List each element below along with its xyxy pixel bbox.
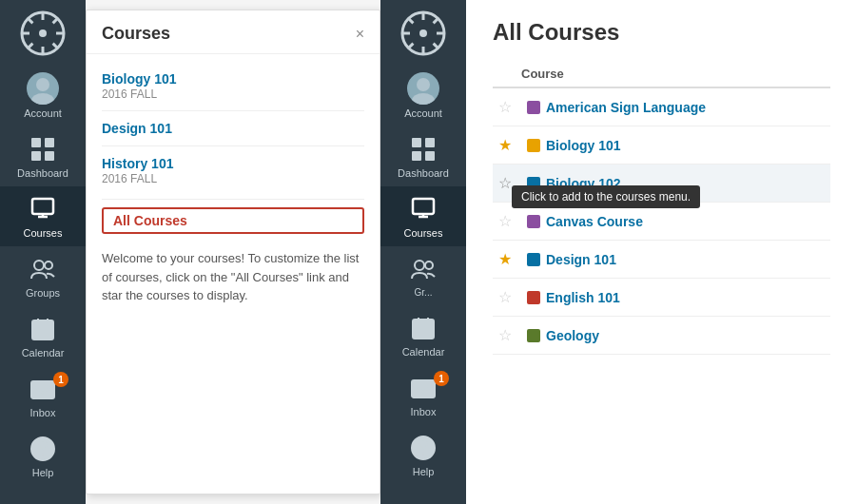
svg-point-19 — [34, 261, 44, 270]
svg-line-37 — [434, 44, 439, 49]
star-cell[interactable]: ☆ — [493, 203, 521, 241]
course-list: Biology 101 2016 FALL Design 101 History… — [87, 54, 380, 195]
right-panel: Account Dashboard Courses Gr... — [380, 0, 857, 504]
star-cell[interactable]: ☆ — [493, 279, 521, 317]
right-courses-icon — [408, 194, 438, 224]
svg-point-59 — [422, 453, 424, 455]
right-sidebar-item-inbox[interactable]: 1 Inbox — [380, 365, 466, 425]
svg-point-29 — [42, 454, 44, 456]
svg-rect-16 — [32, 199, 53, 214]
star-cell[interactable]: ☆ — [493, 317, 521, 355]
star-empty-icon[interactable]: ☆ — [498, 99, 512, 115]
star-empty-icon[interactable]: ☆ — [498, 327, 512, 343]
course-col-header: Course — [521, 61, 830, 87]
course-link-canvas[interactable]: Canvas Course — [546, 214, 643, 229]
canvas-logo-right[interactable] — [399, 10, 447, 57]
course-divider-1 — [102, 110, 364, 111]
table-row: ☆ English 101 — [493, 279, 830, 317]
right-sidebar-label-courses: Courses — [404, 227, 443, 239]
sidebar-label-account: Account — [24, 107, 62, 119]
svg-point-49 — [415, 261, 424, 270]
course-sub-history: 2016 FALL — [102, 172, 364, 185]
right-sidebar-label-dashboard: Dashboard — [398, 167, 449, 179]
course-link-asl[interactable]: American Sign Language — [546, 100, 706, 115]
all-courses-title: All Courses — [493, 19, 830, 46]
right-sidebar-item-courses[interactable]: Courses — [380, 186, 466, 246]
right-sidebar-label-calendar: Calendar — [402, 346, 445, 358]
table-row: ☆ Canvas Course — [493, 203, 830, 241]
svg-rect-46 — [413, 199, 434, 214]
sidebar-item-dashboard[interactable]: Dashboard — [0, 126, 86, 186]
svg-point-31 — [419, 29, 427, 37]
course-link-english101[interactable]: English 101 — [546, 290, 620, 305]
dropdown-header: Courses × — [87, 10, 380, 54]
course-link-biology[interactable]: Biology 101 — [102, 71, 364, 87]
sidebar-label-dashboard: Dashboard — [17, 167, 68, 179]
svg-rect-13 — [45, 138, 54, 147]
svg-rect-15 — [45, 151, 54, 161]
sidebar-item-inbox[interactable]: 1 Inbox — [0, 366, 86, 426]
course-link-bio101[interactable]: Biology 101 — [546, 138, 621, 153]
course-link-design101[interactable]: Design 101 — [546, 252, 616, 267]
svg-rect-14 — [31, 151, 41, 161]
svg-point-1 — [39, 29, 47, 37]
svg-point-20 — [45, 262, 52, 269]
course-sub-biology: 2016 FALL — [102, 87, 364, 101]
svg-rect-44 — [412, 151, 421, 161]
sidebar-item-courses[interactable]: Courses — [0, 186, 86, 246]
calendar-icon — [28, 314, 58, 344]
help-icon — [28, 434, 58, 464]
svg-point-40 — [417, 78, 430, 91]
canvas-logo[interactable] — [19, 10, 67, 57]
courses-icon — [28, 194, 58, 224]
right-groups-icon — [408, 254, 438, 284]
star-filled-icon[interactable]: ★ — [498, 251, 512, 267]
star-empty-icon[interactable]: ☆ — [498, 213, 512, 229]
right-inbox-badge: 1 — [434, 371, 449, 386]
star-filled-icon[interactable]: ★ — [498, 137, 512, 153]
sidebar-label-groups: Groups — [26, 287, 60, 299]
sidebar-item-groups[interactable]: Groups — [0, 246, 86, 306]
sidebar-item-calendar[interactable]: Calendar — [0, 306, 86, 366]
sidebar-item-account[interactable]: Account — [0, 65, 86, 126]
course-cell: Biology 101 — [521, 126, 830, 165]
svg-rect-26 — [45, 329, 49, 333]
svg-rect-45 — [425, 151, 435, 161]
star-empty-icon[interactable]: ☆ — [498, 289, 512, 305]
svg-rect-56 — [425, 328, 429, 332]
course-cell: English 101 — [521, 279, 830, 317]
color-block — [527, 215, 540, 228]
star-cell-tooltip[interactable]: ☆ Click to add to the courses menu. — [493, 165, 521, 203]
course-cell: Canvas Course — [521, 203, 830, 241]
star-cell[interactable]: ★ — [493, 126, 521, 165]
course-link-geology[interactable]: Geology — [546, 328, 599, 343]
right-sidebar-item-dashboard[interactable]: Dashboard — [380, 126, 466, 186]
right-help-icon — [408, 433, 438, 463]
course-link-history[interactable]: History 101 — [102, 156, 364, 171]
course-link-design[interactable]: Design 101 — [102, 121, 364, 136]
right-sidebar-item-calendar[interactable]: Calendar — [380, 305, 466, 365]
course-link-bio102[interactable]: Biology 102 — [546, 176, 621, 191]
welcome-text: Welcome to your courses! To customize th… — [87, 238, 380, 317]
right-sidebar-item-help[interactable]: Help — [380, 425, 466, 485]
star-cell[interactable]: ☆ — [493, 87, 521, 126]
close-button[interactable]: × — [356, 27, 364, 42]
courses-table: Course ☆ American Sign Language — [493, 61, 830, 355]
dropdown-title: Courses — [102, 24, 170, 44]
all-courses-page: All Courses Course ☆ American — [466, 0, 857, 504]
svg-rect-51 — [413, 320, 434, 339]
svg-line-39 — [408, 44, 414, 49]
svg-rect-42 — [412, 138, 421, 147]
right-sidebar-item-groups[interactable]: Gr... — [380, 246, 466, 305]
sidebar-item-help[interactable]: Help — [0, 426, 86, 486]
svg-line-36 — [408, 18, 414, 24]
course-divider-2 — [102, 145, 364, 146]
all-courses-button[interactable]: All Courses — [102, 207, 364, 234]
right-sidebar-label-help: Help — [413, 466, 435, 477]
right-sidebar-item-account[interactable]: Account — [380, 65, 466, 126]
star-hover-icon[interactable]: ☆ — [498, 175, 512, 191]
star-cell[interactable]: ★ — [493, 241, 521, 279]
course-cell: American Sign Language — [521, 87, 830, 126]
separator — [102, 199, 364, 200]
color-block — [527, 139, 540, 152]
